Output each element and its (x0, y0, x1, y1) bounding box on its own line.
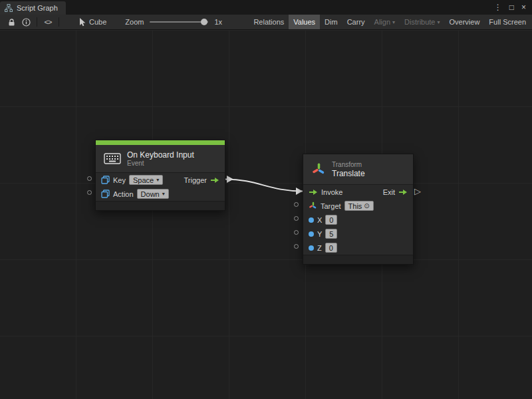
key-value: Space (133, 176, 154, 184)
x-input-port[interactable] (294, 216, 299, 221)
target-cursor-button[interactable] (74, 15, 89, 29)
node-titles: On Keyboard Input Event (127, 150, 194, 168)
target-row: Target This ⊙ (303, 199, 413, 213)
value-port-dot (309, 245, 314, 251)
action-input-port[interactable] (87, 190, 92, 195)
key-dropdown[interactable]: Space ▾ (129, 175, 163, 185)
node-header[interactable]: Transform Translate (303, 154, 413, 185)
target-label: Target (321, 202, 341, 210)
action-icon (101, 190, 110, 198)
overview-button[interactable]: Overview (445, 15, 485, 29)
target-value: This (348, 202, 362, 210)
zoom-slider-thumb[interactable] (201, 19, 207, 25)
zoom-label: Zoom (125, 18, 144, 26)
toolbar-separator (37, 17, 37, 27)
z-input[interactable]: 0 (325, 243, 337, 253)
value-port-dot (309, 231, 314, 237)
relations-button[interactable]: Relations (249, 15, 289, 29)
key-label: Key (113, 176, 126, 184)
code-icon: <> (45, 18, 52, 26)
node-subtitle: Event (127, 160, 194, 168)
target-object-field[interactable]: This ⊙ (344, 201, 374, 211)
y-row: Y 5 (303, 227, 413, 241)
node-footer (303, 255, 413, 264)
flow-connection[interactable] (225, 180, 303, 192)
zoom-value: 1x (214, 18, 222, 26)
lock-icon (8, 18, 15, 27)
graph-canvas[interactable]: On Keyboard Input Event Key Space ▾ Trig… (0, 30, 532, 399)
chevron-down-icon: ▾ (438, 19, 440, 25)
x-input[interactable]: 0 (325, 215, 337, 225)
node-category: Transform (332, 161, 365, 169)
zoom-slider[interactable] (150, 21, 208, 23)
action-row: Action Down ▾ (96, 187, 225, 201)
key-row: Key Space ▾ Trigger (96, 173, 225, 187)
transform-icon (311, 162, 326, 177)
invoke-row: Invoke Exit (303, 185, 413, 199)
invoke-arrow-icon[interactable] (309, 189, 318, 196)
wire-layer (0, 30, 532, 399)
node-title: Translate (332, 169, 365, 178)
distribute-dropdown-button[interactable]: Distribute ▾ (400, 15, 444, 29)
maximize-icon[interactable]: □ (509, 3, 514, 12)
x-row: X 0 (303, 213, 413, 227)
chevron-down-icon: ▾ (156, 177, 159, 183)
trigger-arrow-icon[interactable] (210, 177, 219, 184)
edit-source-button[interactable]: <> (41, 15, 55, 29)
distribute-label: Distribute (404, 18, 435, 26)
align-label: Align (374, 18, 390, 26)
node-footer (96, 201, 225, 210)
exit-label: Exit (383, 188, 395, 196)
z-label: Z (317, 244, 322, 252)
toolbar-button-group: Relations Values Dim Carry Align ▾ Distr… (249, 15, 532, 29)
z-input-port[interactable] (294, 244, 299, 249)
chevron-down-icon: ▾ (162, 191, 165, 197)
x-label: X (317, 216, 322, 224)
titlebar: Script Graph ⋮ □ × (0, 0, 532, 15)
graph-target-name[interactable]: Cube (89, 18, 106, 26)
window-controls: ⋮ □ × (494, 0, 532, 15)
trigger-port-triangle[interactable] (227, 176, 233, 183)
exit-arrow-icon[interactable] (398, 189, 408, 196)
event-accent-bar (96, 140, 225, 145)
info-button[interactable] (19, 15, 33, 29)
node-title: On Keyboard Input (127, 150, 194, 160)
y-input-port[interactable] (294, 230, 299, 235)
action-dropdown[interactable]: Down ▾ (137, 189, 169, 199)
action-value: Down (141, 190, 160, 198)
lock-button[interactable] (4, 15, 19, 29)
key-input-port[interactable] (87, 176, 92, 181)
y-input[interactable]: 5 (325, 229, 337, 239)
invoke-label: Invoke (321, 188, 342, 196)
chevron-down-icon: ▾ (392, 19, 395, 25)
carry-button[interactable]: Carry (342, 15, 370, 29)
target-input-port[interactable] (294, 202, 299, 207)
align-dropdown-button[interactable]: Align ▾ (370, 15, 400, 29)
graph-icon (5, 4, 13, 12)
info-icon (22, 18, 31, 27)
tab-title: Script Graph (17, 4, 58, 12)
trigger-label: Trigger (184, 176, 207, 184)
window-menu-icon[interactable]: ⋮ (494, 3, 502, 12)
node-header[interactable]: On Keyboard Input Event (96, 145, 225, 173)
values-button[interactable]: Values (289, 15, 320, 29)
action-label: Action (113, 190, 134, 198)
graph-toolbar: <> Cube Zoom 1x Relations Values Dim Car… (0, 15, 532, 30)
node-on-keyboard-input[interactable]: On Keyboard Input Event Key Space ▾ Trig… (95, 140, 225, 211)
transform-mini-icon (309, 201, 317, 210)
full-screen-button[interactable]: Full Screen (484, 15, 531, 29)
y-label: Y (317, 230, 322, 238)
close-icon[interactable]: × (521, 3, 526, 12)
invoke-port-triangle[interactable] (296, 188, 303, 195)
cursor-icon (78, 18, 86, 27)
dim-button[interactable]: Dim (320, 15, 342, 29)
toolbar-separator (59, 17, 59, 27)
node-titles: Transform Translate (332, 161, 365, 178)
z-row: Z 0 (303, 241, 413, 255)
tab-script-graph[interactable]: Script Graph (0, 1, 66, 15)
keyboard-icon (104, 153, 121, 164)
node-transform-translate[interactable]: Transform Translate Invoke Exit (303, 154, 414, 265)
value-port-dot (309, 217, 314, 223)
object-picker-icon: ⊙ (364, 202, 369, 209)
exit-output-port[interactable]: ▷ (414, 187, 421, 196)
